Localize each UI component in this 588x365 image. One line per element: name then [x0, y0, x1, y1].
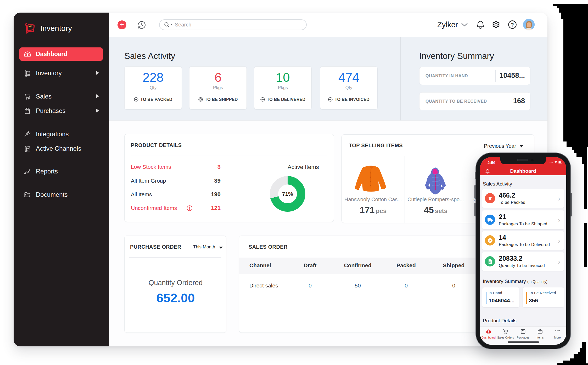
- svg-text:?: ?: [511, 22, 514, 28]
